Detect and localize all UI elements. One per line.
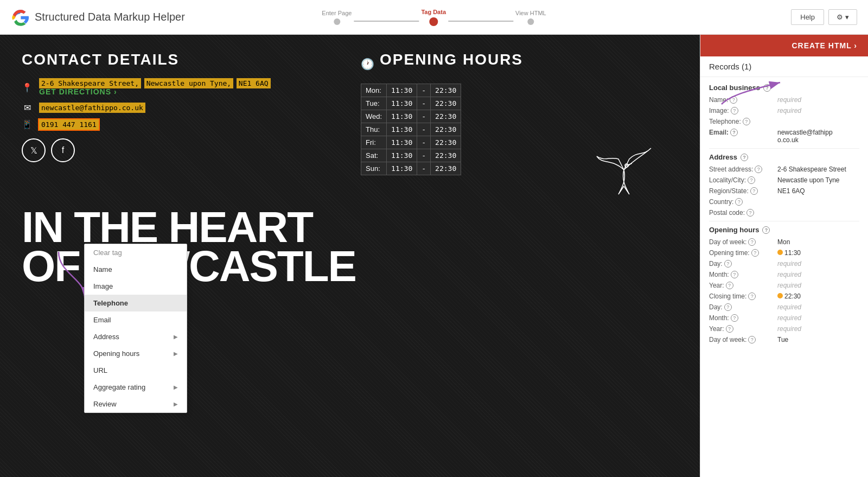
hours-cell-close: 22:30: [431, 123, 461, 136]
hours-cell-day: Thu:: [361, 123, 387, 136]
menu-item-aggregate-rating[interactable]: Aggregate rating▶: [85, 379, 187, 396]
submenu-arrow: ▶: [174, 351, 178, 357]
postal-row: Postal code: ?: [709, 209, 859, 217]
ct-month-help[interactable]: ?: [731, 314, 738, 322]
street-address-row: Street address: ? 2-6 Shakespeare Street: [709, 166, 859, 173]
ot-year-label: Year: ?: [709, 282, 774, 289]
telephone-help[interactable]: ?: [743, 118, 750, 125]
hours-cell-dash: -: [417, 136, 431, 149]
ct-help[interactable]: ?: [748, 292, 756, 300]
name-label: Name: ?: [709, 96, 774, 104]
get-directions-link[interactable]: GET DIRECTIONS ›: [39, 87, 271, 96]
local-business-header: Local business ?: [709, 84, 859, 92]
step-tag-data-dot: [429, 17, 438, 26]
facebook-icon[interactable]: f: [51, 138, 75, 162]
name-help[interactable]: ?: [730, 96, 737, 104]
data-section: Local business ? Name: ? required Image:…: [700, 77, 868, 353]
hours-table: Mon:11:30-22:30Tue:11:30-22:30Wed:11:30-…: [361, 84, 461, 175]
hours-cell-dash: -: [417, 162, 431, 175]
dow2-value: Tue: [777, 336, 859, 344]
menu-item-address[interactable]: Address▶: [85, 328, 187, 345]
facebook-symbol: f: [62, 145, 64, 155]
ot-month-help[interactable]: ?: [731, 271, 738, 278]
dow2-label: Day of week: ?: [709, 336, 774, 344]
progress-line-2: [448, 21, 513, 22]
address-section-header: Address ?: [709, 153, 859, 161]
records-label: Records (1): [709, 62, 751, 71]
email-help[interactable]: ?: [730, 129, 738, 136]
menu-item-opening-hours[interactable]: Opening hours▶: [85, 345, 187, 362]
email-icon: ✉: [22, 103, 33, 113]
step-view-html: View HTML: [515, 10, 546, 25]
contact-column: CONTACT DETAILS 📍 2-6 Shakespeare Street…: [22, 51, 339, 175]
country-help[interactable]: ?: [735, 198, 743, 206]
create-html-button[interactable]: CREATE HTML ›: [700, 35, 868, 56]
day-of-week-label: Day of week: ?: [709, 238, 774, 246]
image-value: required: [777, 107, 859, 115]
ot-year-help[interactable]: ?: [726, 282, 733, 289]
telephone-label: Telephone: ?: [709, 118, 774, 125]
ct-year-help[interactable]: ?: [726, 325, 733, 333]
ot-day-label: Day: ?: [709, 260, 774, 268]
city-help[interactable]: ?: [748, 176, 755, 184]
phone-text[interactable]: 0191 447 1161: [39, 119, 99, 130]
hours-cell-open: 11:30: [387, 97, 417, 110]
menu-item-name[interactable]: Name: [85, 261, 187, 278]
step-view-html-dot: [527, 18, 534, 25]
ct-day-help[interactable]: ?: [724, 303, 732, 311]
app-title-label: Structured Data Markup Helper: [35, 11, 185, 23]
name-value: required: [777, 96, 859, 104]
hours-cell-day: Fri:: [361, 136, 387, 149]
main-layout: CONTACT DETAILS 📍 2-6 Shakespeare Street…: [0, 35, 868, 477]
region-label: Region/State: ?: [709, 187, 774, 195]
twitter-icon[interactable]: 𝕏: [22, 138, 46, 162]
city-label: Locality/City: ?: [709, 176, 774, 184]
address-part-2[interactable]: Newcastle upon Tyne,: [144, 78, 234, 88]
region-help[interactable]: ?: [750, 187, 758, 195]
website-panel: CONTACT DETAILS 📍 2-6 Shakespeare Street…: [0, 35, 700, 477]
day-of-week-row: Day of week: ? Mon: [709, 238, 859, 246]
menu-item-telephone[interactable]: Telephone: [85, 295, 187, 311]
hours-cell-open: 11:30: [387, 136, 417, 149]
menu-item-review[interactable]: Review▶: [85, 396, 187, 412]
twitter-symbol: 𝕏: [30, 145, 37, 156]
hours-row: Mon:11:30-22:30: [361, 84, 461, 97]
postal-help[interactable]: ?: [746, 209, 754, 217]
dow2-row: Day of week: ? Tue: [709, 336, 859, 344]
address-help[interactable]: ?: [741, 154, 748, 161]
postal-label: Postal code: ?: [709, 209, 774, 217]
local-business-help[interactable]: ?: [763, 84, 771, 92]
name-row: Name: ? required: [709, 96, 859, 104]
hours-cell-day: Tue:: [361, 97, 387, 110]
address-part-3[interactable]: NE1 6AQ: [237, 78, 271, 88]
menu-item-url[interactable]: URL: [85, 362, 187, 379]
contact-title: CONTACT DETAILS: [22, 51, 339, 68]
menu-item-clear-tag[interactable]: Clear tag: [85, 244, 187, 261]
help-button[interactable]: Help: [791, 9, 824, 25]
hours-cell-dash: -: [417, 97, 431, 110]
hours-cell-open: 11:30: [387, 123, 417, 136]
email-text[interactable]: newcastle@fathippo.co.uk: [39, 103, 145, 113]
dow2-help[interactable]: ?: [748, 336, 756, 344]
menu-item-email[interactable]: Email: [85, 311, 187, 328]
ot-help[interactable]: ?: [751, 249, 759, 257]
ct-year-label: Year: ?: [709, 325, 774, 333]
hours-row: Tue:11:30-22:30: [361, 97, 461, 110]
image-help[interactable]: ?: [731, 107, 738, 115]
hours-row: Fri:11:30-22:30: [361, 136, 461, 149]
email-label-panel: Email: ?: [709, 129, 774, 136]
hours-cell-open: 11:30: [387, 162, 417, 175]
settings-button[interactable]: ⚙ ▾: [828, 9, 857, 25]
dow-help[interactable]: ?: [748, 238, 756, 246]
menu-item-image[interactable]: Image: [85, 278, 187, 295]
hours-cell-close: 22:30: [431, 162, 461, 175]
city-value: Newcastle upon Tyne: [777, 176, 859, 184]
opening-time-value: 11:30: [777, 249, 859, 257]
phone-row: 📱 0191 447 1161: [22, 119, 339, 130]
ot-day-help[interactable]: ?: [724, 260, 732, 268]
street-help[interactable]: ?: [755, 166, 762, 173]
ct-day-row: Day: ? required: [709, 303, 859, 311]
hours-cell-dash: -: [417, 110, 431, 123]
street-value: 2-6 Shakespeare Street: [777, 166, 859, 173]
opening-hours-help[interactable]: ?: [762, 226, 770, 234]
